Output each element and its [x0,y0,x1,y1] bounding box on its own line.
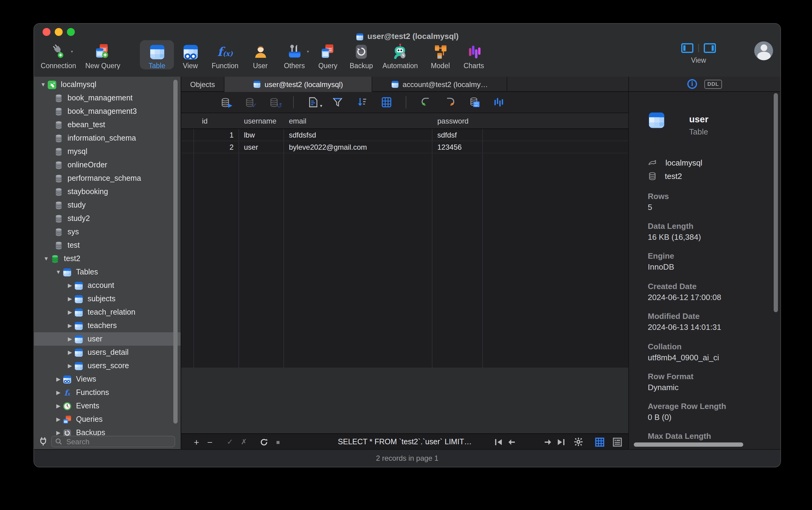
toolbar-charts-button[interactable]: Charts [450,43,498,69]
export-wizard-button[interactable] [444,96,456,108]
apply-changes-button[interactable]: ✓ [227,434,233,450]
search-input[interactable] [65,437,171,446]
tree-item-events[interactable]: ▶Events [34,399,181,413]
chart-pulse-icon[interactable] [493,96,505,108]
refresh-button[interactable] [260,434,268,450]
tree-item-database[interactable]: information_schema [34,132,181,145]
begin-transaction-button[interactable]: ▶ [219,96,231,108]
query-icon [319,43,336,60]
tree-item-table[interactable]: ▶subjects [34,292,181,306]
toggle-left-sidebar-button[interactable] [681,43,693,53]
table-icon [356,33,364,41]
tree-item-queries[interactable]: ▶Queries [34,413,181,426]
tree-item-database[interactable]: test [34,238,181,252]
tree-item-database[interactable]: mysql [34,145,181,158]
panel-field: Collationutf8mb4_0900_ai_ci [648,342,719,362]
panel-field: Max Data Length [648,431,711,443]
connection-row: localmysql [648,158,702,167]
column-header-email[interactable]: email [283,117,432,125]
mysql-outline-icon [648,158,658,167]
toolbar-connection-button[interactable]: ▾ Connection [35,43,82,69]
tree-item-database[interactable]: book_management [34,91,181,105]
info-icon[interactable]: i [687,79,697,89]
last-page-button[interactable] [557,434,565,450]
rollback-button[interactable]: ↺ [268,96,280,108]
database-icon [54,214,63,223]
column-header-id[interactable]: id [193,117,238,125]
tree-item-tables-folder[interactable]: ▼Tables [34,265,181,279]
table-icon [63,267,72,277]
table-row[interactable]: 2 user byleve2022@gmail.com 123456 [181,141,628,153]
user-avatar[interactable] [754,41,773,60]
discard-changes-button[interactable]: ✗ [241,434,247,450]
charts-icon [465,44,482,60]
sidebar-scrollbar[interactable] [173,80,178,424]
tree-item-database[interactable]: onlineOrder [34,158,181,172]
columns-grid-icon[interactable] [380,96,392,108]
tree-item-database[interactable]: study [34,198,181,212]
tree-item-database[interactable]: staybooking [34,185,181,198]
chevron-right-icon: ▶ [54,403,63,409]
chevron-right-icon: ▶ [54,376,63,382]
previous-page-button[interactable] [508,434,515,450]
new-query-icon [94,43,111,60]
tab-objects[interactable]: Objects [181,77,224,92]
commit-button[interactable]: ✓ [243,96,255,108]
text-mode-button[interactable]: ▼ [307,96,319,108]
filter-icon[interactable] [331,96,344,108]
tree-item-table[interactable]: ▶teach_relation [34,306,181,319]
tree-item-connection[interactable]: ▼localmysql [34,78,181,91]
chevron-right-icon: ▶ [66,296,74,302]
import-wizard-button[interactable] [420,96,432,108]
panel-vertical-scrollbar[interactable] [774,93,778,312]
column-header-username[interactable]: username [238,117,283,125]
tab-user-table[interactable]: user@test2 (localmysql) [224,77,372,92]
toggle-right-panel-button[interactable] [704,43,716,53]
panel-horizontal-scrollbar[interactable] [634,443,743,447]
ddl-tab-button[interactable]: DDL [704,79,722,89]
mysql-connection-icon [48,80,57,89]
column-header-password[interactable]: password [432,117,482,125]
tree-item-database[interactable]: sys [34,225,181,238]
tree-item-table-selected[interactable]: ▶user [34,332,181,346]
next-page-button[interactable] [544,434,552,450]
connection-filter-icon[interactable] [38,436,48,446]
queries-icon [63,415,72,424]
tree-item-database[interactable]: study2 [34,212,181,225]
grid-view-button[interactable] [595,434,604,450]
sort-icon[interactable] [356,96,368,108]
toolbar-new-query-button[interactable]: New Query [79,43,126,69]
chevron-down-icon: ▼ [42,256,51,262]
database-row: test2 [648,172,682,181]
delete-record-button[interactable]: − [207,434,213,450]
tree-item-database-open[interactable]: ▼test2 [34,252,181,265]
tree-item-views[interactable]: ▶Views [34,372,181,386]
table-row[interactable]: 1 lbw sdfdsfsd sdfdsf [181,129,628,141]
tree-item-table[interactable]: ▶teachers [34,319,181,332]
data-generation-button[interactable]: 101ABC [468,96,481,108]
database-icon [54,201,63,210]
tree-item-table[interactable]: ▶users_score [34,359,181,372]
add-record-button[interactable]: + [194,434,199,450]
tree-item-database[interactable]: ebean_test [34,118,181,132]
table-icon [149,44,165,60]
chevron-right-icon: ▶ [66,282,74,288]
table-data-area: ▶ ✓ ↺ ▼ 101ABC [181,92,628,368]
tree-item-table[interactable]: ▶users_detail [34,346,181,359]
screen: user@test2 (localmysql) ▾ Conn [0,0,812,510]
connection-plug-icon [50,43,67,60]
tree-item-database[interactable]: performance_schema [34,172,181,185]
tree-item-database[interactable]: book_management3 [34,105,181,118]
tree-item-table[interactable]: ▶account [34,279,181,292]
database-icon [54,134,63,143]
first-page-button[interactable] [494,434,503,450]
stop-button[interactable]: ■ [276,434,280,450]
tab-account-table[interactable]: account@test2 (localmy… [372,77,507,92]
status-bar: 2 records in page 1 [34,449,780,467]
database-icon [54,187,63,196]
form-view-button[interactable] [613,434,622,450]
gear-icon[interactable] [574,434,583,450]
panel-field: Row FormatDynamic [648,372,693,392]
tree-item-functions[interactable]: ▶fxFunctions [34,386,181,399]
functions-icon: fx [63,388,72,397]
